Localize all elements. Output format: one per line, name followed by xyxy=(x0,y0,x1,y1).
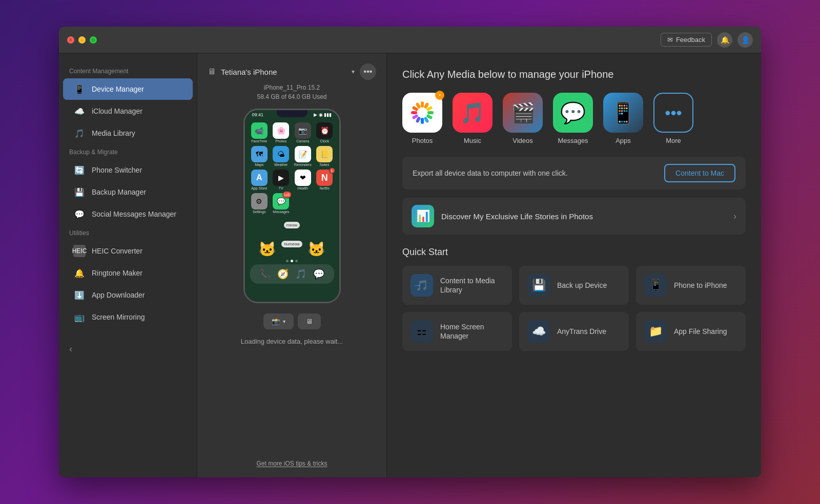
app-label: Weather xyxy=(274,163,288,166)
device-more-button[interactable]: ••• xyxy=(360,64,376,80)
app-cell: 💬 105 Messages xyxy=(272,193,291,214)
device-name: Tetiana's iPhone xyxy=(221,68,346,76)
arrow-icon: → xyxy=(414,281,422,290)
device-panel: 🖥 Tetiana's iPhone ▾ ••• iPhone_11_Pro 1… xyxy=(197,53,387,477)
media-item-photos[interactable]: • Photos xyxy=(402,93,442,144)
traffic-lights: ✕ − ⊙ xyxy=(67,36,97,44)
photos-icon-wrapper: • xyxy=(402,93,442,133)
sidebar-item-icloud-manager[interactable]: ☁️ iCloud Manager xyxy=(63,100,193,122)
sidebar-back-button[interactable]: ‹ xyxy=(69,344,72,354)
notifications-button[interactable]: 🔔 xyxy=(717,32,732,48)
life-stories-banner[interactable]: 📊 Discover My Exclusive Life Stories in … xyxy=(402,198,746,235)
videos-icon: 🎬 xyxy=(511,101,535,124)
media-label: Photos xyxy=(412,137,433,144)
sidebar-item-screen-mirroring[interactable]: 📺 Screen Mirroring xyxy=(63,306,193,328)
photos-badge: • xyxy=(435,91,444,100)
media-grid: • Photos 🎵 Music 🎬 xyxy=(402,93,746,144)
page-dot-active xyxy=(291,260,293,262)
dock-spotify-icon: 🎵 xyxy=(295,268,306,280)
sidebar-item-heic-converter[interactable]: HEIC HEIC Converter xyxy=(63,240,193,262)
user-avatar[interactable]: 👤 xyxy=(737,32,753,48)
content-to-mac-button[interactable]: Content to Mac xyxy=(664,164,735,182)
app-label: Camera xyxy=(296,139,309,143)
section-title-backup: Backup & Migrate xyxy=(59,144,197,159)
sidebar-item-label: Social Messages Manager xyxy=(92,210,176,218)
phone-switcher-icon: 🔄 xyxy=(73,164,86,176)
content-area: Content Management 📱 Device Manager ☁️ i… xyxy=(59,53,761,477)
sidebar-item-app-downloader[interactable]: ⬇️ App Downloader xyxy=(63,284,193,306)
app-downloader-icon: ⬇️ xyxy=(73,289,86,301)
app-cell: 📒 Notes xyxy=(315,146,334,166)
sidebar-item-device-manager[interactable]: 📱 Device Manager xyxy=(63,78,193,100)
quick-start-backup[interactable]: 💾 Back up Device xyxy=(519,266,629,305)
svg-rect-1 xyxy=(421,101,424,108)
phone-status-icons: ▶ ◉ ▮▮▮ xyxy=(314,112,332,117)
tips-link[interactable]: Get more iOS tips & tricks xyxy=(256,460,327,467)
manage-device-button[interactable]: 📸 ▾ xyxy=(263,313,294,329)
sidebar-item-label: HEIC Converter xyxy=(92,247,142,255)
music-icon-wrapper: 🎵 xyxy=(453,93,493,133)
sidebar-item-social-messages[interactable]: 💬 Social Messages Manager xyxy=(63,203,193,225)
videos-icon-wrapper: 🎬 xyxy=(503,93,543,133)
app-cell: 📝 Reminders xyxy=(294,146,313,166)
app-photos-icon: 🌸 xyxy=(273,122,289,139)
app-cell: ⚙ Settings xyxy=(250,193,269,214)
app-label: Maps xyxy=(255,163,263,166)
sidebar-item-label: Device Manager xyxy=(92,85,144,93)
quick-start-app-file-sharing[interactable]: 📁 App File Sharing xyxy=(636,312,746,351)
more-icon: ••• xyxy=(665,103,682,122)
fullscreen-button[interactable]: ⊙ xyxy=(90,36,97,44)
quick-start-phone-to-iphone[interactable]: 📱 Phone to iPhone xyxy=(636,266,746,305)
app-health-icon: ❤ xyxy=(295,170,311,186)
app-cell: 📷 Camera xyxy=(294,122,313,143)
sidebar-item-ringtone-maker[interactable]: 🔔 Ringtone Maker xyxy=(63,262,193,284)
life-stories-text: Discover My Exclusive Life Stories in Ph… xyxy=(441,212,733,221)
feedback-button[interactable]: ✉ Feedback xyxy=(661,33,712,47)
app-label: Messages xyxy=(273,210,289,214)
quick-start-anytrans-drive[interactable]: ☁️ AnyTrans Drive xyxy=(519,312,629,351)
quick-start-label: Content to Media Library xyxy=(440,276,504,295)
media-item-music[interactable]: 🎵 Music xyxy=(453,93,493,144)
app-cell: A App Store xyxy=(250,170,269,190)
view-device-button[interactable]: 🖥 xyxy=(298,313,321,329)
chart-icon: 📊 xyxy=(416,209,430,223)
app-label: Photos xyxy=(275,139,286,143)
app-label: App Store xyxy=(251,186,267,190)
sidebar: Content Management 📱 Device Manager ☁️ i… xyxy=(59,53,197,477)
quick-start-label: Back up Device xyxy=(557,281,607,290)
sidebar-item-media-library[interactable]: 🎵 Media Library xyxy=(63,122,193,144)
app-cell: 🌤 Weather xyxy=(272,146,291,166)
anytrans-drive-icon: ☁️ xyxy=(527,320,550,343)
media-item-more[interactable]: ••• More xyxy=(653,93,693,144)
sidebar-item-phone-switcher[interactable]: 🔄 Phone Switcher xyxy=(63,159,193,181)
media-item-messages[interactable]: 💬 Messages xyxy=(553,93,593,144)
quick-start-title: Quick Start xyxy=(402,247,746,258)
svg-rect-4 xyxy=(427,111,434,114)
more-icon-wrapper: ••• xyxy=(653,93,693,133)
apps-icon-wrapper: 📱 xyxy=(603,93,643,133)
messages-icon: 💬 xyxy=(560,101,586,125)
phone-apps-grid: 📹 FaceTime 🌸 Photos 📷 Camera xyxy=(245,119,339,217)
app-label: Notes xyxy=(320,163,329,166)
device-dropdown-button[interactable]: ▾ xyxy=(352,68,355,75)
app-notes-icon: 📒 xyxy=(316,146,333,162)
content-media-icon: 🎵 → xyxy=(411,274,433,297)
app-cell: ❤ Health xyxy=(294,170,313,190)
close-button[interactable]: ✕ xyxy=(67,36,74,44)
media-item-videos[interactable]: 🎬 Videos xyxy=(503,93,543,144)
quick-start-label: Phone to iPhone xyxy=(674,281,727,290)
sidebar-item-label: Screen Mirroring xyxy=(92,313,145,321)
quick-start-content-to-media[interactable]: 🎵 → Content to Media Library xyxy=(402,266,512,305)
media-item-apps[interactable]: 📱 Apps xyxy=(603,93,643,144)
section-title-utilities: Utilities xyxy=(59,225,197,240)
sidebar-item-backup-manager[interactable]: 💾 Backup Manager xyxy=(63,181,193,203)
device-actions: 📸 ▾ 🖥 xyxy=(263,313,321,329)
app-cell: N 1 Netflix xyxy=(315,170,334,190)
right-panel-title: Click Any Media below to manage your iPh… xyxy=(402,69,746,80)
app-label: Health xyxy=(298,186,308,190)
apps-icon: 📱 xyxy=(610,101,636,125)
device-manager-icon: 📱 xyxy=(73,83,86,95)
media-label: Apps xyxy=(616,137,631,144)
quick-start-home-screen[interactable]: ⚏ Home Screen Manager xyxy=(402,312,512,351)
minimize-button[interactable]: − xyxy=(78,36,86,44)
